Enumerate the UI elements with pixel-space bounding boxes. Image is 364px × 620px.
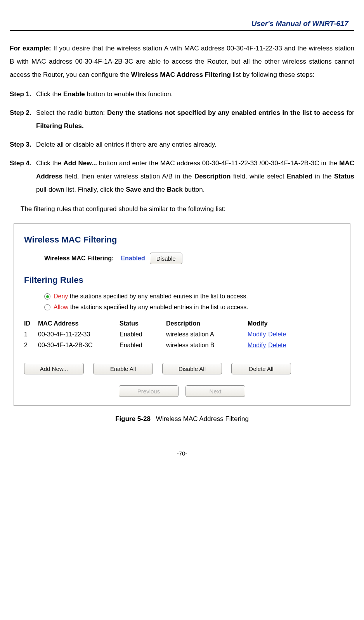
cell-desc: wireless station B bbox=[166, 342, 248, 349]
panel-title-filtering-rules: Filtering Rules bbox=[24, 275, 340, 285]
step-bold: Enabled bbox=[287, 173, 312, 180]
status-row: Wireless MAC Filtering: Enabled Disable bbox=[44, 253, 340, 264]
page-number: -70- bbox=[10, 450, 354, 457]
action-buttons: Add New... Enable All Disable All Delete… bbox=[24, 363, 340, 374]
intro-bold1: Wireless MAC Address Filtering bbox=[131, 71, 231, 78]
step-text: Click the bbox=[36, 159, 63, 167]
rule-allow-row[interactable]: Allow the stations specified by any enab… bbox=[44, 304, 340, 311]
nav-buttons: Previous Next bbox=[24, 385, 340, 397]
add-new-button[interactable]: Add New... bbox=[24, 363, 84, 374]
step-content: Click the Add New... button and enter th… bbox=[36, 157, 354, 196]
table-row: 1 00-30-4F-11-22-33 Enabled wireless sta… bbox=[24, 331, 340, 338]
rule-deny-row[interactable]: Deny the stations specified by any enabl… bbox=[44, 293, 340, 300]
step-text: pull-down list. Finally, click the bbox=[36, 186, 126, 193]
radio-unselected-icon[interactable] bbox=[44, 304, 50, 310]
col-mac: MAC Address bbox=[38, 320, 120, 327]
step-bold: Deny the stations not specified by any e… bbox=[107, 109, 345, 116]
step-bold: Description bbox=[194, 173, 231, 180]
disable-button[interactable]: Disable bbox=[150, 253, 182, 264]
step-bold: Add New... bbox=[63, 159, 97, 167]
step-text: field, then enter wireless station A/B i… bbox=[62, 173, 194, 180]
modify-link[interactable]: Modify bbox=[248, 342, 266, 348]
filter-table: ID MAC Address Status Description Modify… bbox=[24, 320, 340, 349]
step-bold: Back bbox=[167, 186, 183, 193]
cell-mac: 00-30-4F-11-22-33 bbox=[38, 331, 120, 338]
figure-label: Figure 5-28 bbox=[115, 415, 151, 423]
step-text: button to enable this function. bbox=[85, 90, 173, 98]
status-label: Wireless MAC Filtering: bbox=[44, 255, 114, 262]
status-enabled: Enabled bbox=[121, 255, 145, 262]
radio-selected-icon[interactable] bbox=[44, 293, 50, 300]
step-text: in the bbox=[312, 173, 334, 180]
step-content: Select the radio button: Deny the statio… bbox=[36, 106, 354, 133]
cell-status: Enabled bbox=[120, 331, 166, 338]
modify-link[interactable]: Modify bbox=[248, 331, 266, 338]
table-row: 2 00-30-4F-1A-2B-3C Enabled wireless sta… bbox=[24, 342, 340, 349]
step-text: for bbox=[345, 109, 354, 116]
step-text: Select the radio button: bbox=[36, 109, 107, 116]
step-text: button and enter the MAC address 00-30-4… bbox=[97, 159, 339, 167]
step-content: Click the Enable button to enable this f… bbox=[36, 88, 354, 101]
step-text: Click the bbox=[36, 90, 63, 98]
step-3: Step 3. Delete all or disable all entrie… bbox=[10, 138, 354, 151]
cell-status: Enabled bbox=[120, 342, 166, 349]
rule-deny-rest: the stations specified by any enabled en… bbox=[68, 293, 248, 300]
step-label: Step 3. bbox=[10, 138, 36, 151]
cell-mac: 00-30-4F-1A-2B-3C bbox=[38, 342, 120, 349]
step-label: Step 1. bbox=[10, 88, 36, 101]
step-1: Step 1. Click the Enable button to enabl… bbox=[10, 88, 354, 101]
col-status: Status bbox=[120, 320, 166, 327]
previous-button[interactable]: Previous bbox=[119, 385, 179, 397]
delete-all-button[interactable]: Delete All bbox=[231, 363, 291, 374]
intro-paragraph: For example: If you desire that the wire… bbox=[10, 42, 354, 81]
intro-text2: list by following these steps: bbox=[231, 71, 314, 78]
step-text: field, while select bbox=[231, 173, 287, 180]
col-id: ID bbox=[24, 320, 38, 327]
rule-allow-keyword: Allow bbox=[54, 304, 68, 310]
step-content: Delete all or disable all entries if the… bbox=[36, 138, 354, 151]
step-label: Step 4. bbox=[10, 157, 36, 196]
next-button[interactable]: Next bbox=[185, 385, 245, 397]
header-title: User's Manual of WNRT-617 bbox=[10, 19, 354, 31]
rule-allow-rest: the stations specified by any enabled en… bbox=[68, 304, 248, 310]
panel-title-mac-filtering: Wireless MAC Filtering bbox=[24, 235, 340, 245]
step-label: Step 2. bbox=[10, 106, 36, 133]
table-header: ID MAC Address Status Description Modify bbox=[24, 320, 340, 327]
delete-link[interactable]: Delete bbox=[268, 331, 286, 338]
step-text: button. bbox=[183, 186, 205, 193]
step-bold: Status bbox=[334, 173, 354, 180]
figure-box: Wireless MAC Filtering Wireless MAC Filt… bbox=[14, 223, 350, 406]
step-bold: Save bbox=[126, 186, 141, 193]
step-text: and the bbox=[141, 186, 167, 193]
step-bold: Filtering Rules. bbox=[36, 122, 84, 130]
cell-modify: ModifyDelete bbox=[248, 342, 340, 349]
step-2: Step 2. Select the radio button: Deny th… bbox=[10, 106, 354, 133]
figure-caption: Figure 5-28Wireless MAC Address Filterin… bbox=[10, 415, 354, 423]
enable-all-button[interactable]: Enable All bbox=[93, 363, 153, 374]
figure-text: Wireless MAC Address Filtering bbox=[156, 415, 249, 423]
cell-id: 2 bbox=[24, 342, 38, 349]
disable-all-button[interactable]: Disable All bbox=[162, 363, 222, 374]
rule-deny-keyword: Deny bbox=[54, 293, 68, 300]
after-steps-text: The filtering rules that configured shou… bbox=[21, 203, 354, 216]
cell-id: 1 bbox=[24, 331, 38, 338]
delete-link[interactable]: Delete bbox=[268, 342, 286, 348]
step-4: Step 4. Click the Add New... button and … bbox=[10, 157, 354, 196]
col-desc: Description bbox=[166, 320, 248, 327]
col-modify: Modify bbox=[248, 320, 340, 327]
cell-modify: ModifyDelete bbox=[248, 331, 340, 338]
intro-lead: For example: bbox=[10, 45, 51, 52]
step-bold: Enable bbox=[63, 90, 85, 98]
cell-desc: wireless station A bbox=[166, 331, 248, 338]
